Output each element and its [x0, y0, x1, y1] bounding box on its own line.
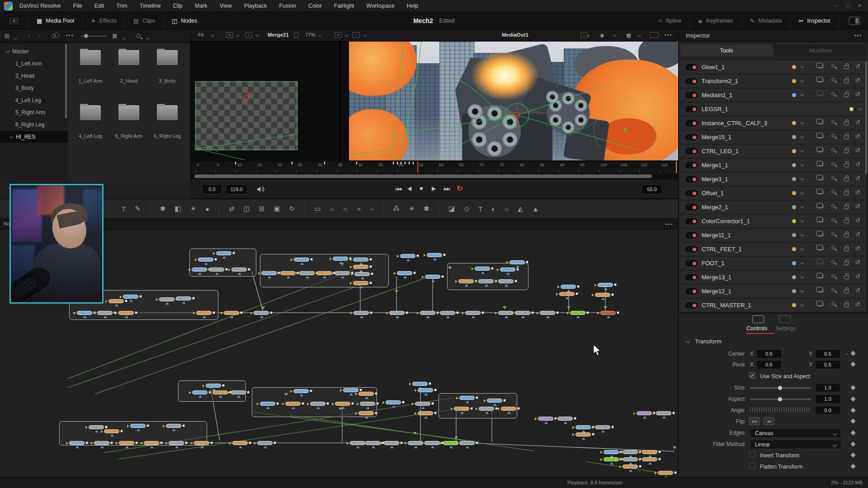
- tool-merge-icon[interactable]: ⊞: [259, 205, 265, 213]
- sidebar-item-4-left-leg[interactable]: 4_Left Leg: [0, 94, 67, 106]
- fusion-node[interactable]: [260, 402, 275, 406]
- tool-blur-icon[interactable]: ●: [205, 205, 209, 213]
- chevron-down-icon[interactable]: [638, 33, 641, 37]
- fusion-node[interactable]: [538, 417, 553, 421]
- keyframe-icon[interactable]: [850, 441, 855, 446]
- go-to-last-frame-button[interactable]: ▶▶|: [444, 187, 450, 191]
- fusion-node[interactable]: [224, 311, 239, 315]
- filter-method-dropdown[interactable]: Linear: [750, 440, 841, 449]
- fusion-node[interactable]: [360, 402, 375, 406]
- copy-icon[interactable]: [818, 134, 823, 138]
- fusion-node[interactable]: [604, 457, 619, 461]
- fusion-node[interactable]: [216, 251, 231, 255]
- scrollbar-thumb[interactable]: [194, 174, 652, 178]
- tab-modifiers[interactable]: Modifiers: [774, 45, 867, 56]
- panel-layout-icon[interactable]: [849, 17, 860, 25]
- toolbar-metadata-button[interactable]: ✎Metadata: [742, 12, 791, 29]
- fusion-node[interactable]: [144, 441, 159, 445]
- fusion-node[interactable]: [353, 281, 368, 285]
- pin-icon[interactable]: [831, 148, 835, 151]
- tool-dve-icon[interactable]: ◫: [244, 205, 250, 213]
- grid-icon[interactable]: ▦: [626, 32, 631, 38]
- copy-icon[interactable]: [818, 302, 823, 306]
- fusion-node[interactable]: [384, 441, 399, 445]
- fusion-node[interactable]: [354, 272, 370, 276]
- stop-button[interactable]: ■: [420, 185, 422, 192]
- fusion-node[interactable]: [412, 382, 428, 386]
- copy-icon[interactable]: [818, 64, 823, 68]
- invert-transform-checkbox[interactable]: [749, 451, 755, 458]
- bypass-toggle[interactable]: [685, 218, 698, 224]
- tile-color-dot[interactable]: [792, 79, 796, 83]
- fusion-node[interactable]: [118, 311, 134, 315]
- lock-icon[interactable]: [844, 220, 849, 223]
- menu-file[interactable]: File: [73, 3, 82, 9]
- fusion-node[interactable]: [97, 311, 113, 315]
- copy-icon[interactable]: [818, 274, 823, 278]
- tile-color-dot[interactable]: [792, 65, 796, 69]
- audio-mute-icon[interactable]: [257, 186, 265, 192]
- bin-view-icon[interactable]: ▤: [5, 33, 9, 39]
- fusion-node[interactable]: [335, 402, 350, 406]
- fusion-node[interactable]: [561, 285, 576, 289]
- lock-icon[interactable]: [844, 80, 849, 83]
- fusion-node[interactable]: [176, 296, 191, 300]
- fusion-node[interactable]: [540, 311, 555, 315]
- link-icon[interactable]: [52, 34, 56, 38]
- tool-row-merge11-1[interactable]: Merge11_1↺: [679, 229, 866, 242]
- pin-icon[interactable]: [831, 232, 835, 235]
- fusion-node[interactable]: [557, 417, 573, 421]
- pin-icon[interactable]: [831, 92, 835, 95]
- fusion-node[interactable]: [623, 450, 638, 454]
- fusion-node[interactable]: [257, 441, 273, 445]
- pin-icon[interactable]: [831, 274, 835, 277]
- lock-icon[interactable]: [844, 94, 849, 97]
- fusion-node[interactable]: [293, 389, 309, 393]
- chevron-down-icon[interactable]: [801, 191, 804, 194]
- reset-icon[interactable]: ↺: [855, 203, 860, 210]
- fusion-node[interactable]: [333, 257, 348, 261]
- reset-icon[interactable]: ↺: [855, 119, 860, 126]
- sidebar-item-1-left-arm[interactable]: 1_Left Arm: [0, 58, 67, 70]
- keyframe-icon[interactable]: [850, 418, 855, 423]
- tool-row-merge13-1[interactable]: Merge13_1↺: [679, 271, 866, 284]
- chevron-down-icon[interactable]: [801, 275, 804, 278]
- fusion-node[interactable]: [353, 265, 368, 269]
- fusion-node[interactable]: [104, 429, 119, 433]
- chevron-down-icon[interactable]: [318, 33, 321, 37]
- edges-dropdown[interactable]: Canvas: [750, 428, 841, 438]
- tile-color-dot[interactable]: [792, 303, 796, 307]
- size-slider-thumb[interactable]: [778, 386, 782, 390]
- fusion-node[interactable]: [570, 311, 585, 315]
- fusion-node[interactable]: [595, 293, 610, 297]
- keyframe-icon[interactable]: [850, 385, 855, 390]
- fusion-node[interactable]: [359, 411, 374, 415]
- menu-app[interactable]: DaVinci Resolve: [19, 3, 61, 9]
- folder-icon[interactable]: [80, 50, 101, 65]
- chevron-down-icon[interactable]: [801, 79, 804, 82]
- go-to-first-frame-button[interactable]: |◀◀: [395, 187, 401, 191]
- menu-edit[interactable]: Edit: [94, 3, 104, 9]
- reset-icon[interactable]: ↺: [855, 161, 860, 168]
- toolbar-effects-button[interactable]: ✦Effects: [82, 12, 125, 29]
- tool-transform-icon[interactable]: ⇄: [229, 205, 235, 213]
- tool-row-ctrl-master-1[interactable]: CTRL_MASTER_1↺: [679, 299, 866, 312]
- play-forward-button[interactable]: ▶: [432, 185, 435, 192]
- tool-merge-3d-icon[interactable]: ◐: [491, 205, 495, 213]
- fusion-node[interactable]: [487, 399, 502, 403]
- tile-color-dot[interactable]: [792, 121, 796, 125]
- fusion-node[interactable]: [400, 254, 415, 258]
- fusion-node[interactable]: [294, 258, 309, 262]
- flip-vertical-button[interactable]: ▴▾: [764, 417, 774, 425]
- lut-icon[interactable]: [294, 32, 298, 38]
- keyframe-icon[interactable]: [850, 452, 855, 457]
- tool-particle-spawn-icon[interactable]: ✳: [409, 205, 415, 213]
- center-x-field[interactable]: 0.5: [756, 349, 782, 358]
- menu-fusion[interactable]: Fusion: [279, 3, 296, 9]
- fusion-node[interactable]: [206, 384, 221, 388]
- fusion-node[interactable]: [623, 465, 638, 469]
- color-mask-icon[interactable]: ◉: [600, 32, 604, 38]
- right-viewer[interactable]: [342, 42, 678, 160]
- fusion-node[interactable]: [656, 411, 671, 415]
- fusion-node[interactable]: [515, 311, 530, 315]
